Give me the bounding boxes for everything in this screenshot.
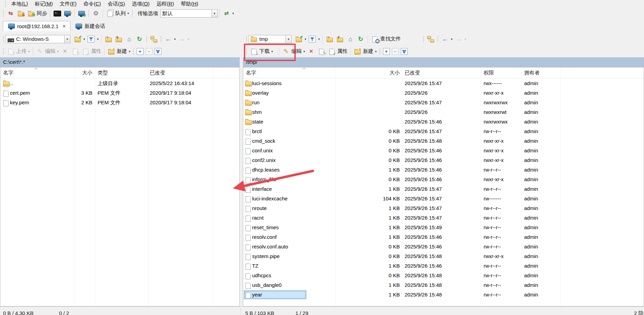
column-separator[interactable] — [335, 68, 336, 306]
column-header[interactable]: 已改变 — [150, 68, 165, 78]
file-row[interactable]: year1 KB2025/9/26 15:48rw-r--r--admin — [243, 290, 644, 300]
file-row[interactable]: inform_fifo0 KB2025/9/26 15:46rwxr-xr-xa… — [243, 175, 644, 184]
right-directory-dropdown[interactable] — [286, 35, 292, 43]
file-row[interactable]: cmd_sock0 KB2025/9/26 15:48rwxr-xr-xadmi… — [243, 136, 644, 146]
column-header[interactable]: 大小 — [349, 68, 400, 78]
column-separator[interactable] — [148, 68, 148, 306]
column-header[interactable]: 类型 — [98, 68, 108, 78]
left-home-directory-button[interactable] — [124, 34, 134, 44]
menu-item[interactable]: 命令(C) — [80, 1, 104, 7]
file-row[interactable]: conf2.unix0 KB2025/9/26 15:46rwxr-xr-xad… — [243, 155, 644, 165]
menu-item[interactable]: 本地(L) — [8, 1, 31, 7]
open-session-in-putty-button[interactable]: ϟ — [62, 9, 72, 18]
toolbar-grip[interactable] — [246, 48, 248, 55]
file-row[interactable]: luci-sessions2025/9/26 15:47rwx------adm… — [243, 79, 644, 88]
toolbar-grip[interactable] — [160, 35, 162, 43]
file-row[interactable]: run2025/9/26 15:47rwxrwxrwxadmin — [243, 98, 644, 107]
toolbar-grip[interactable] — [2, 10, 4, 17]
file-row[interactable]: brctl0 KB2025/9/26 15:47rw-r--r--admin — [243, 127, 644, 136]
column-header[interactable]: 大小 — [42, 68, 92, 78]
file-row[interactable]: resolv.conf1 KB2025/9/26 15:46rw-r--r--a… — [243, 232, 644, 242]
left-edit-button[interactable]: 编辑 — [35, 47, 60, 56]
file-row[interactable]: overlay2025/9/26rwxr-xr-xadmin — [243, 88, 644, 98]
left-directory-tree-button[interactable] — [149, 34, 159, 44]
queue-button[interactable]: 队列 — [105, 9, 130, 18]
toolbar-grip[interactable] — [88, 10, 90, 17]
left-rename-button[interactable]: ✎ — [70, 47, 80, 56]
menu-item[interactable]: 会话(S) — [105, 1, 128, 7]
find-files-button[interactable]: 查找文件 — [370, 34, 402, 44]
left-delete-button[interactable] — [60, 47, 70, 56]
left-select-all-button[interactable] — [155, 48, 161, 55]
file-row[interactable]: shm2025/9/26rwxrwxrwtadmin — [243, 107, 644, 117]
file-row[interactable]: interface1 KB2025/9/26 15:47rw-r--r--adm… — [243, 184, 644, 194]
left-back-button[interactable] — [163, 34, 177, 44]
left-path-bar[interactable]: C:\cert\*.* — [0, 57, 240, 67]
column-separator[interactable] — [560, 68, 561, 306]
left-new-button[interactable]: ✦ 新建 — [106, 47, 132, 56]
synchronize-button[interactable]: ⇅ — [16, 9, 26, 18]
toolbar-grip[interactable] — [379, 48, 381, 55]
file-row[interactable]: system.pipe0 KB2025/9/26 15:48rwxr-xr-xa… — [243, 252, 644, 261]
file-row[interactable]: reset_times1 KB2025/9/26 15:49rw-r--r--a… — [243, 223, 644, 232]
toolbar-grip[interactable] — [2, 48, 4, 55]
open-terminal-button[interactable] — [52, 9, 62, 18]
column-separator[interactable] — [213, 68, 214, 306]
download-button[interactable]: ↓ 下载 — [249, 47, 274, 56]
toolbar-grip[interactable] — [437, 35, 439, 43]
column-header[interactable]: 已改变 — [405, 68, 420, 78]
right-parent-directory-button[interactable]: ↑ — [325, 34, 335, 44]
left-properties-button[interactable]: ✓ 属性 — [80, 47, 102, 56]
left-root-directory-button[interactable]: \ — [114, 34, 124, 44]
upload-button[interactable]: ↑ 上传 — [5, 47, 31, 56]
right-rename-button[interactable]: ✎ — [316, 47, 327, 56]
left-parent-directory-button[interactable]: ↑ — [103, 34, 114, 44]
menu-item[interactable]: 远程(R) — [154, 1, 177, 7]
column-separator[interactable] — [95, 68, 95, 306]
right-directory-combo[interactable]: tmp — [249, 35, 286, 43]
column-separator[interactable] — [521, 68, 522, 306]
column-header[interactable]: 名字 — [3, 68, 13, 78]
sync-browse-button[interactable]: ↻ 同步 — [26, 9, 48, 18]
column-header[interactable]: 拥有者 — [524, 68, 540, 78]
toolbar-grip[interactable] — [2, 35, 4, 43]
right-refresh-button[interactable] — [355, 34, 366, 44]
right-delete-button[interactable] — [306, 47, 316, 56]
left-open-directory-button[interactable]: ↱ — [72, 34, 86, 44]
menu-item[interactable]: 文件(F) — [57, 1, 80, 7]
left-select-files-button[interactable] — [137, 48, 144, 55]
transfer-preset-dropdown[interactable] — [212, 9, 218, 18]
left-refresh-button[interactable] — [134, 34, 145, 44]
file-row[interactable]: dhcp.leases1 KB2025/9/26 15:46rw-r--r--a… — [243, 165, 644, 175]
menu-item[interactable]: 帮助(H) — [178, 1, 201, 7]
right-path-bar[interactable]: /tmp/ — [243, 57, 644, 67]
right-back-button[interactable] — [440, 34, 454, 44]
right-unselect-files-button[interactable] — [392, 48, 399, 55]
file-row[interactable]: ..上级目录2025/5/22 16:43:14 — [0, 79, 239, 88]
toolbar-grip[interactable] — [133, 48, 135, 55]
right-open-directory-button[interactable]: ↱ — [294, 34, 307, 44]
toolbar-grip[interactable] — [4, 0, 7, 8]
right-properties-button[interactable]: ✓ 属性 — [327, 47, 349, 56]
right-select-files-button[interactable] — [383, 48, 390, 55]
transfer-preset-combo[interactable]: 默认 — [160, 9, 212, 18]
right-new-button[interactable]: ✦ 新建 — [352, 47, 378, 56]
right-directory-tree-button[interactable] — [426, 34, 436, 44]
swap-panels-button[interactable] — [5, 9, 16, 18]
file-row[interactable]: conf.unix0 KB2025/9/26 15:46rwxr-xr-xadm… — [243, 146, 644, 155]
file-row[interactable]: nroute1 KB2025/9/26 15:47rw-r--r--admin — [243, 203, 644, 213]
file-row[interactable]: udhcpcs0 KB2025/9/26 15:48rw-r--r--admin — [243, 271, 644, 280]
preferences-button[interactable] — [91, 9, 101, 18]
file-row[interactable]: usb_dangle01 KB2025/9/26 15:48rw-r--r--a… — [243, 280, 644, 290]
file-row[interactable]: key.pem2 KBPEM 文件2020/9/17 9:18:04 — [0, 98, 239, 107]
file-row[interactable]: racnt1 KB2025/9/26 15:47rw-r--r--admin — [243, 213, 644, 223]
file-row[interactable]: resolv.conf.auto0 KB2025/9/26 15:46rw-r-… — [243, 242, 644, 252]
right-forward-button[interactable] — [454, 34, 467, 44]
toolbar-grip[interactable] — [146, 35, 148, 43]
refresh-panels-button[interactable]: ↻ — [76, 9, 87, 18]
session-tab-active[interactable]: root@192.168.2.1 — [3, 21, 70, 31]
column-header[interactable]: 权限 — [484, 68, 494, 78]
transfer-settings-button[interactable] — [222, 9, 235, 18]
toolbar-grip[interactable] — [422, 35, 425, 43]
menu-item[interactable]: 标记(M) — [32, 1, 56, 7]
